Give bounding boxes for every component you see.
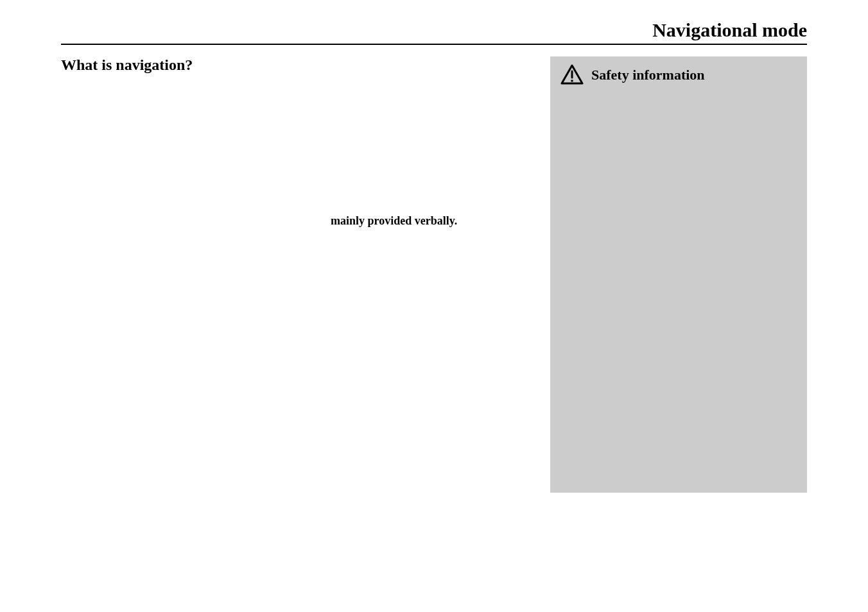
page-title: Navigational mode (652, 19, 807, 40)
safety-title: Safety information (591, 64, 705, 83)
safety-info-box: Safety information (550, 56, 807, 493)
svg-point-1 (571, 80, 573, 82)
section-heading: What is navigation? (61, 56, 531, 74)
content-area: What is navigation? mainly provided verb… (61, 56, 807, 493)
page-header: Navigational mode (61, 19, 807, 45)
main-content: What is navigation? mainly provided verb… (61, 56, 531, 493)
warning-icon (560, 64, 584, 89)
emphasized-text: mainly provided verbally. (331, 214, 457, 228)
safety-header: Safety information (560, 64, 797, 89)
